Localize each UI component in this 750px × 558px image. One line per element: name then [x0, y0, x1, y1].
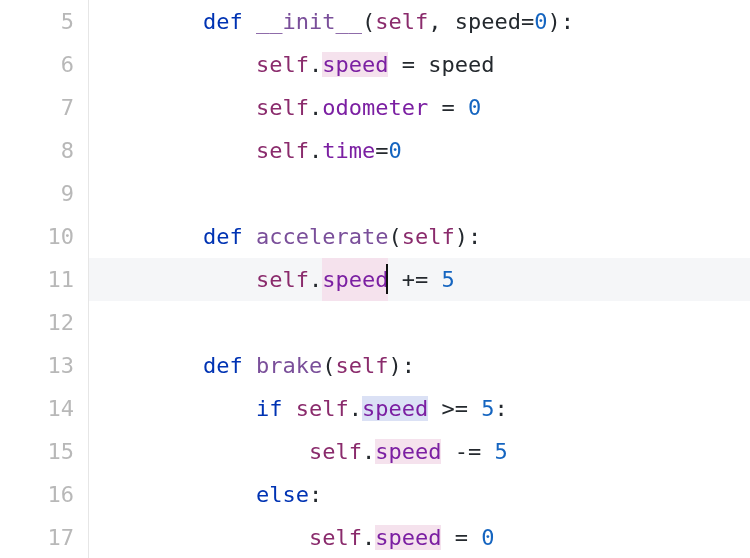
code-token: else: [256, 482, 309, 507]
code-area[interactable]: def __init__(self, speed=0): self.speed …: [89, 0, 750, 558]
code-token: (: [322, 353, 335, 378]
code-line[interactable]: def __init__(self, speed=0):: [89, 0, 750, 43]
code-line[interactable]: [89, 172, 750, 215]
code-editor[interactable]: 567891011121314151617 def __init__(self,…: [0, 0, 750, 558]
code-token: self: [256, 52, 309, 77]
code-token: .: [362, 525, 375, 550]
code-token: self: [402, 224, 455, 249]
code-token: accelerate: [256, 224, 388, 249]
code-token: self: [256, 95, 309, 120]
code-token: self: [256, 267, 309, 292]
code-line[interactable]: self.speed = 0: [89, 516, 750, 558]
code-token: ):: [547, 9, 574, 34]
code-token: __init__: [256, 9, 362, 34]
line-number: 12: [0, 301, 74, 344]
code-token: self: [309, 525, 362, 550]
code-token: ):: [388, 353, 415, 378]
code-token: ):: [455, 224, 482, 249]
code-token: =: [521, 9, 534, 34]
code-token: =: [441, 525, 481, 550]
code-token: self: [296, 396, 349, 421]
line-number: 14: [0, 387, 74, 430]
line-number: 10: [0, 215, 74, 258]
code-token: odometer: [322, 95, 428, 120]
code-token: :: [494, 396, 507, 421]
code-token: .: [349, 396, 362, 421]
code-line[interactable]: else:: [89, 473, 750, 516]
line-number: 13: [0, 344, 74, 387]
code-token: =: [388, 52, 428, 77]
code-token: .: [309, 267, 322, 292]
line-number: 16: [0, 473, 74, 516]
code-token: if: [256, 396, 296, 421]
code-token: speed: [455, 9, 521, 34]
code-token: speed: [375, 525, 441, 550]
line-number: 7: [0, 86, 74, 129]
line-number-gutter: 567891011121314151617: [0, 0, 88, 558]
code-token: def: [203, 9, 256, 34]
code-token: 0: [481, 525, 494, 550]
code-token: 0: [388, 138, 401, 163]
code-token: speed: [375, 439, 441, 464]
code-token: speed: [322, 52, 388, 77]
code-token: speed: [428, 52, 494, 77]
code-token: +=: [388, 267, 441, 292]
line-number: 17: [0, 516, 74, 558]
code-token: =: [428, 95, 468, 120]
code-line[interactable]: def accelerate(self):: [89, 215, 750, 258]
code-token: (: [388, 224, 401, 249]
code-line[interactable]: self.odometer = 0: [89, 86, 750, 129]
code-token: -=: [441, 439, 494, 464]
code-token: time: [322, 138, 375, 163]
code-token: def: [203, 353, 256, 378]
line-number: 5: [0, 0, 74, 43]
code-token: self: [309, 439, 362, 464]
code-line[interactable]: self.speed -= 5: [89, 430, 750, 473]
code-line[interactable]: self.speed = speed: [89, 43, 750, 86]
code-token: .: [362, 439, 375, 464]
code-token: 0: [534, 9, 547, 34]
code-token: self: [335, 353, 388, 378]
code-token: 5: [481, 396, 494, 421]
code-token: speed: [362, 396, 428, 421]
code-token: .: [309, 138, 322, 163]
code-line[interactable]: [89, 301, 750, 344]
code-token: speed: [322, 258, 388, 301]
code-token: (: [362, 9, 375, 34]
line-number: 9: [0, 172, 74, 215]
line-number: 11: [0, 258, 74, 301]
code-token: ,: [428, 9, 455, 34]
code-token: brake: [256, 353, 322, 378]
code-token: .: [309, 52, 322, 77]
code-token: 5: [441, 267, 454, 292]
code-token: def: [203, 224, 256, 249]
code-token: 0: [468, 95, 481, 120]
code-line[interactable]: if self.speed >= 5:: [89, 387, 750, 430]
code-token: :: [309, 482, 322, 507]
code-token: >=: [428, 396, 481, 421]
code-line[interactable]: self.time=0: [89, 129, 750, 172]
code-token: self: [256, 138, 309, 163]
code-token: .: [309, 95, 322, 120]
code-token: self: [375, 9, 428, 34]
line-number: 6: [0, 43, 74, 86]
code-line[interactable]: def brake(self):: [89, 344, 750, 387]
line-number: 15: [0, 430, 74, 473]
code-line[interactable]: self.speed += 5: [89, 258, 750, 301]
code-token: 5: [494, 439, 507, 464]
code-token: =: [375, 138, 388, 163]
line-number: 8: [0, 129, 74, 172]
